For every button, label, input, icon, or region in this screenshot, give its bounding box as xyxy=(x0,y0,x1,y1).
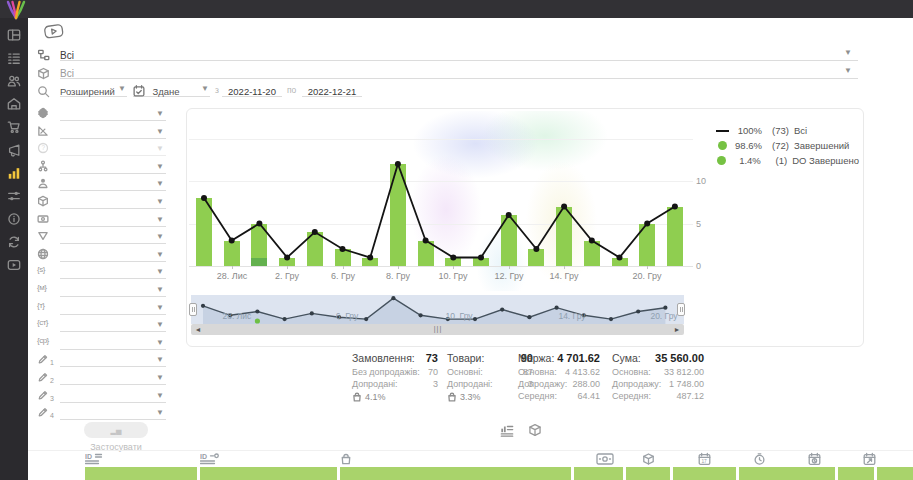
stat-sub-label: Основна: xyxy=(518,367,557,379)
stat-title-label: Товари: xyxy=(447,352,484,364)
source-filter-select[interactable]: Всі ▼ xyxy=(60,45,858,61)
filter-row-globe-solid[interactable]: ▼ xyxy=(34,107,168,122)
bar-completed[interactable] xyxy=(528,249,544,266)
bar-completed[interactable] xyxy=(667,207,683,267)
table-header-cell[interactable] xyxy=(574,467,623,480)
table-header-cell[interactable] xyxy=(877,467,913,480)
legend-item-2[interactable]: 1.4%(1)DO Завершено xyxy=(714,153,859,168)
filter-row-ruler[interactable]: ▼ xyxy=(34,125,168,140)
sidebar-item-marketing-icon[interactable] xyxy=(7,143,21,157)
legend-dot-swatch xyxy=(714,141,730,150)
id-equal-icon[interactable]: ID xyxy=(85,452,103,466)
filter-row-badge-11[interactable]: {т}▼ xyxy=(34,301,168,316)
bar-completed[interactable] xyxy=(418,241,434,267)
bar-completed[interactable] xyxy=(445,258,461,267)
filter-row-org[interactable]: ▼ xyxy=(34,160,168,175)
bar-completed[interactable] xyxy=(390,164,406,266)
legend-pct: 100% xyxy=(730,125,762,136)
table-header-cell[interactable] xyxy=(85,467,197,480)
navigator-left-handle[interactable] xyxy=(189,303,197,316)
filter-row-person[interactable]: ▼ xyxy=(34,177,168,192)
bar-completed[interactable] xyxy=(307,232,323,266)
sidebar-item-store-icon[interactable] xyxy=(7,97,21,111)
stat-sub-value: 1 748.00 xyxy=(669,379,704,391)
scroll-left-arrow[interactable]: ◄ xyxy=(193,324,203,335)
filter-select-underline xyxy=(60,389,166,403)
search-mode-value: Розширений xyxy=(60,86,115,97)
product-filter-select[interactable]: Всі ▼ xyxy=(60,63,858,79)
bar-completed[interactable] xyxy=(473,258,489,267)
filter-row-banknote[interactable]: ▼ xyxy=(34,213,168,228)
bar-completed[interactable] xyxy=(362,258,378,267)
table-header-cell[interactable] xyxy=(673,467,736,480)
calendar-17-icon[interactable]: 17 xyxy=(698,452,711,466)
table-header-cell[interactable] xyxy=(340,467,571,480)
chat-play-icon[interactable] xyxy=(43,23,65,41)
calendar-arrow-icon[interactable] xyxy=(863,452,876,466)
bar-completed[interactable] xyxy=(556,207,572,267)
app-logo[interactable] xyxy=(4,0,28,22)
filter-row-pencil4[interactable]: 4▼ xyxy=(34,406,168,421)
sidebar-item-cart-icon[interactable] xyxy=(7,120,21,134)
apply-button[interactable]: ▂▅ Застосувати xyxy=(84,422,148,438)
sidebar-item-sync-icon[interactable] xyxy=(7,235,21,249)
sidebar-item-orders-icon[interactable] xyxy=(7,51,21,65)
filter-row-globe[interactable]: ▼ xyxy=(34,248,168,263)
bar-completed[interactable] xyxy=(196,198,212,266)
filter-row-badge-9[interactable]: {s}▼ xyxy=(34,265,168,280)
filter-row-badge-12[interactable]: {ст}▼ xyxy=(34,318,168,333)
products-toggle-icon[interactable] xyxy=(528,423,542,437)
date-from-input[interactable]: 2022-11-20 xyxy=(222,81,282,97)
bar-completed[interactable] xyxy=(335,249,351,266)
search-mode-select[interactable]: Розширений ▼ xyxy=(60,81,127,97)
table-header-cell[interactable] xyxy=(626,467,670,480)
bar-completed[interactable] xyxy=(639,224,655,267)
table-header-cell[interactable] xyxy=(200,467,337,480)
bar-completed[interactable] xyxy=(224,241,240,267)
bar-completed[interactable] xyxy=(279,258,295,267)
date-to-input[interactable]: 2022-12-21 xyxy=(302,81,362,97)
bar-do-completed[interactable] xyxy=(251,258,267,267)
sidebar-item-video-icon[interactable] xyxy=(7,258,21,272)
legend-pct: 98.6% xyxy=(730,140,762,151)
sidebar-item-settings-icon[interactable] xyxy=(7,189,21,203)
sidebar-item-customers-icon[interactable] xyxy=(7,74,21,88)
filter-row-badge-13[interactable]: {ср}▼ xyxy=(34,336,168,351)
money-icon[interactable] xyxy=(596,452,614,466)
table-header-cell[interactable] xyxy=(838,467,874,480)
sidebar-item-dashboard-icon[interactable] xyxy=(7,28,21,42)
scroll-right-arrow[interactable]: ► xyxy=(672,324,682,335)
calendar-clock-icon[interactable] xyxy=(808,452,821,466)
filter-row-pencil3[interactable]: 3▼ xyxy=(34,389,168,404)
legend-item-0[interactable]: 100%(73)Всі xyxy=(714,123,859,138)
clock-icon[interactable] xyxy=(753,452,766,466)
navigator-minichart[interactable] xyxy=(191,295,684,324)
chart-scrollbar[interactable]: ◄ ||| ► xyxy=(191,324,684,335)
filter-row-package[interactable]: ▼ xyxy=(34,195,168,210)
bar-completed[interactable] xyxy=(584,241,600,267)
list-chart-toggle-icon[interactable] xyxy=(500,423,514,437)
legend-item-1[interactable]: 98.6%(72)Завершений xyxy=(714,138,859,153)
scroll-grip[interactable]: ||| xyxy=(431,324,445,335)
filter-row-badge-10[interactable]: {м}▼ xyxy=(34,283,168,298)
x-tick-mark xyxy=(564,266,565,269)
filter-row-funnel[interactable]: ▼ xyxy=(34,230,168,245)
bag-icon[interactable] xyxy=(340,452,352,466)
navigator-label: 14. Гру xyxy=(558,311,585,321)
navigator-label: 10. Гру xyxy=(445,311,472,321)
sidebar-item-analytics-icon[interactable] xyxy=(7,166,21,180)
navigator-right-handle[interactable] xyxy=(677,303,685,316)
sidebar-item-info-icon[interactable] xyxy=(7,212,21,226)
cube-icon[interactable] xyxy=(642,452,655,466)
search-icon[interactable] xyxy=(37,84,50,97)
filter-row-pencil1[interactable]: 1▼ xyxy=(34,353,168,368)
id-dash-icon[interactable]: ID xyxy=(200,452,220,466)
bar-completed[interactable] xyxy=(612,258,628,267)
bar-completed[interactable] xyxy=(501,215,517,266)
date-type-select[interactable]: Здане ▼ xyxy=(133,81,210,97)
filter-row-question[interactable]: ?▼ xyxy=(34,142,168,157)
table-header-cell[interactable] xyxy=(739,467,835,480)
bar-completed[interactable] xyxy=(251,224,267,258)
x-tick-mark xyxy=(398,266,399,269)
filter-row-pencil2[interactable]: 2▼ xyxy=(34,371,168,386)
